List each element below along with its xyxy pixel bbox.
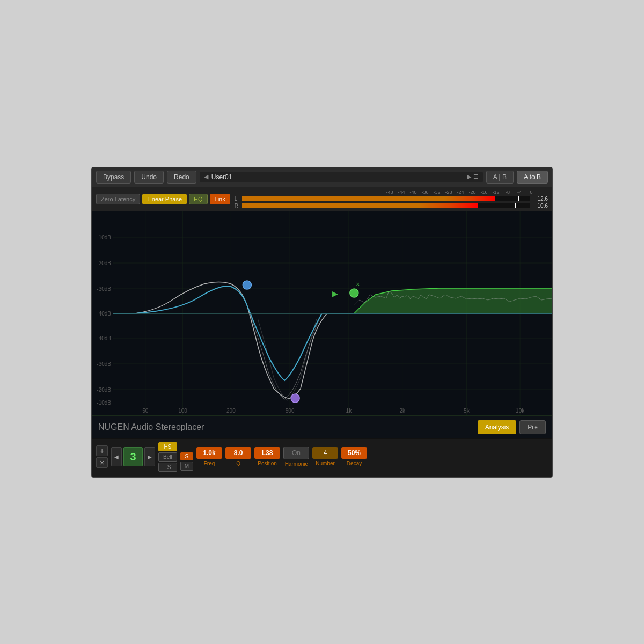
plugin-name-label: NUGEN Audio Stereoplacer [98,422,204,432]
solo-button[interactable]: S [180,452,193,460]
add-band-button[interactable]: + [96,445,108,456]
harmonic-value[interactable]: On [283,447,309,459]
list-icon[interactable]: ☰ [473,173,479,180]
freq-group: 1.0k Freq [196,447,222,466]
mute-button[interactable]: M [180,462,193,471]
meter-row-l: L 12.6 [235,196,548,202]
eq-canvas: -10dB -20dB -30dB -40dB -40dB -30dB -20d… [92,211,552,415]
meter-row-r: R 10.6 [235,203,548,209]
meter-r-label: R [235,203,240,209]
redo-button[interactable]: Redo [167,171,196,184]
band-controls: + × ◀ 3 ▶ HS Bell LS S M 1.0k [92,438,552,477]
svg-text:-40dB: -40dB [97,310,111,316]
meter-fill-r [242,203,478,208]
meter-scale: -48 -44 -40 -36 -32 -28 -24 -20 -16 -12 … [235,189,548,195]
eq-node-1 [243,281,251,289]
bypass-button[interactable]: Bypass [96,171,131,184]
meter-track-l [242,196,530,201]
svg-text:-10dB: -10dB [97,399,111,405]
meter-value-r: 10.6 [532,203,548,209]
meter-peak-l [518,196,519,201]
number-label: Number [316,460,335,466]
svg-text:500: 500 [286,407,295,413]
svg-text:100: 100 [178,407,187,413]
decay-value[interactable]: 50% [341,447,367,459]
svg-text:-20dB: -20dB [97,260,111,266]
meter-bar: Zero Latency Linear Phase HQ Link -48 -4… [92,187,552,211]
hq-button[interactable]: HQ [189,194,208,204]
decay-label: Decay [347,460,362,466]
svg-text:▶: ▶ [332,289,338,297]
svg-text:-10dB: -10dB [97,234,111,240]
pre-button[interactable]: Pre [519,420,546,434]
type-ls-button[interactable]: LS [158,463,177,472]
harmonic-label: Harmonic [285,461,308,467]
preset-area: ◀ User01 ▶ ☰ [200,172,483,182]
position-value[interactable]: L38 [254,447,280,459]
band-row: + × ◀ 3 ▶ HS Bell LS S M 1.0k [96,442,548,472]
q-label: Q [236,460,240,466]
undo-button[interactable]: Undo [134,171,164,184]
eq-node-2 [291,394,299,402]
svg-text:5k: 5k [464,407,470,413]
preset-name: User01 [211,173,464,181]
meter-fill-l [242,196,495,201]
svg-text:-40dB: -40dB [97,335,111,341]
plugin-container: Bypass Undo Redo ◀ User01 ▶ ☰ A | B A to… [91,167,553,478]
eq-display[interactable]: -10dB -20dB -30dB -40dB -40dB -30dB -20d… [92,211,552,415]
meter-value-l: 12.6 [532,196,548,202]
mode-buttons: Zero Latency Linear Phase HQ Link [96,194,230,204]
band-type: HS Bell LS [158,442,177,472]
bottom-buttons: Analysis Pre [478,420,546,434]
preset-icons: ▶ ☰ [467,173,479,180]
svg-text:×: × [356,280,360,288]
band-number: 3 [123,447,143,466]
number-value[interactable]: 4 [312,447,338,459]
band-add-remove: + × [96,445,108,468]
svg-text:-30dB: -30dB [97,361,111,367]
linear-phase-button[interactable]: Linear Phase [142,194,187,204]
harmonic-group: On Harmonic [283,447,309,467]
eq-node-3 [350,289,358,297]
next-band-button[interactable]: ▶ [144,447,155,466]
top-bar: Bypass Undo Redo ◀ User01 ▶ ☰ A | B A to… [92,167,552,187]
type-hs-button[interactable]: HS [158,442,177,451]
preset-prev-arrow[interactable]: ◀ [204,173,208,180]
meter-l-label: L [235,196,240,202]
position-group: L38 Position [254,447,280,466]
type-bell-button[interactable]: Bell [158,452,177,462]
meter-peak-r [515,203,516,208]
svg-text:10k: 10k [516,407,524,413]
meter-track-r [242,203,530,208]
analysis-button[interactable]: Analysis [478,420,517,434]
freq-label: Freq [204,460,215,466]
decay-group: 50% Decay [341,447,367,466]
ab-button[interactable]: A | B [486,171,514,184]
link-button[interactable]: Link [210,194,230,204]
number-group: 4 Number [312,447,338,466]
svg-text:50: 50 [142,407,149,413]
band-nav: ◀ 3 ▶ [111,447,155,466]
svg-text:-30dB: -30dB [97,286,111,291]
q-group: 8.0 Q [225,447,251,466]
meter-section: -48 -44 -40 -36 -32 -28 -24 -20 -16 -12 … [235,189,548,209]
position-label: Position [258,460,277,466]
play-icon[interactable]: ▶ [467,173,471,180]
prev-band-button[interactable]: ◀ [111,447,122,466]
svg-text:200: 200 [226,407,236,413]
svg-text:1k: 1k [346,407,352,413]
remove-band-button[interactable]: × [96,457,108,468]
q-value[interactable]: 8.0 [225,447,251,459]
svg-text:2k: 2k [399,407,405,413]
svg-text:-20dB: -20dB [97,386,111,392]
atob-button[interactable]: A to B [517,171,548,184]
zero-latency-button[interactable]: Zero Latency [96,194,140,204]
bottom-info: NUGEN Audio Stereoplacer Analysis Pre [92,415,552,438]
freq-value[interactable]: 1.0k [196,447,222,459]
band-sm: S M [180,452,193,471]
